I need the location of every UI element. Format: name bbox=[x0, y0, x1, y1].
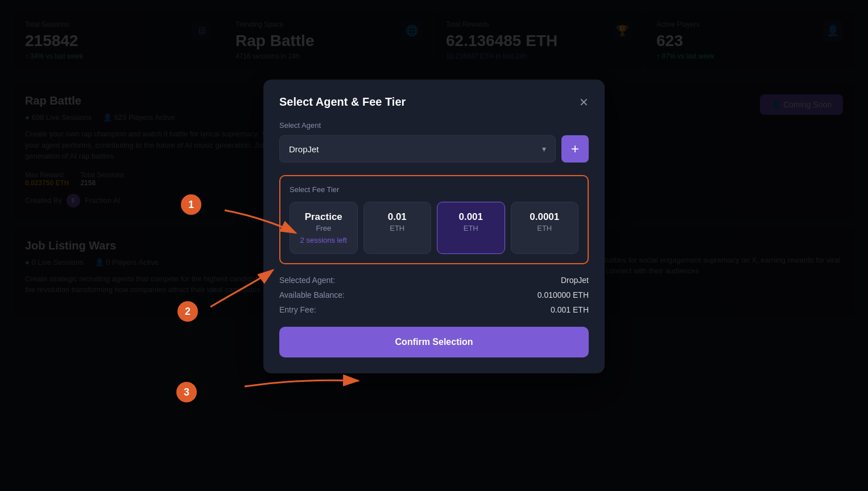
agent-select-row: DropJet ▾ + bbox=[279, 135, 589, 163]
selected-agent-display: DropJet bbox=[289, 144, 319, 154]
modal-overlay: Select Agent & Fee Tier ✕ Select Agent D… bbox=[0, 0, 868, 491]
summary-row-fee: Entry Fee: 0.001 ETH bbox=[279, 305, 589, 314]
chevron-down-icon: ▾ bbox=[542, 144, 546, 153]
modal-close-button[interactable]: ✕ bbox=[579, 97, 589, 108]
summary-fee-value: 0.001 ETH bbox=[551, 305, 589, 314]
fee-tier-001[interactable]: 0.01 ETH bbox=[363, 202, 432, 254]
fee-tier-0001[interactable]: 0.001 ETH bbox=[437, 202, 505, 254]
fee-tier-main: 0.0001 bbox=[520, 211, 569, 223]
fee-tier-sub: ETH bbox=[520, 224, 569, 232]
fee-tier-sub: Free bbox=[299, 224, 348, 232]
fee-tier-00001[interactable]: 0.0001 ETH bbox=[511, 202, 579, 254]
fee-tier-section: Select Fee Tier Practice Free 2 sessions… bbox=[279, 175, 589, 264]
summary-balance-value: 0.010000 ETH bbox=[538, 290, 589, 299]
fee-tier-practice[interactable]: Practice Free 2 sessions left bbox=[290, 202, 358, 254]
summary-agent-label: Selected Agent: bbox=[279, 276, 335, 285]
fee-tiers: Practice Free 2 sessions left 0.01 ETH 0… bbox=[290, 202, 578, 254]
fee-tier-sessions: 2 sessions left bbox=[299, 236, 348, 244]
modal-title: Select Agent & Fee Tier bbox=[279, 95, 406, 109]
summary-fee-label: Entry Fee: bbox=[279, 305, 316, 314]
agent-dropdown[interactable]: DropJet ▾ bbox=[279, 135, 556, 163]
fee-tier-main: Practice bbox=[299, 211, 348, 223]
summary-section: Selected Agent: DropJet Available Balanc… bbox=[279, 276, 589, 314]
select-agent-modal: Select Agent & Fee Tier ✕ Select Agent D… bbox=[263, 80, 605, 373]
fee-tier-sub: ETH bbox=[373, 224, 422, 232]
fee-tier-label: Select Fee Tier bbox=[290, 185, 578, 194]
fee-tier-main: 0.001 bbox=[447, 211, 495, 223]
summary-balance-label: Available Balance: bbox=[279, 290, 345, 299]
summary-row-agent: Selected Agent: DropJet bbox=[279, 276, 589, 285]
modal-header: Select Agent & Fee Tier ✕ bbox=[279, 95, 589, 109]
fee-tier-sub: ETH bbox=[447, 224, 495, 232]
summary-row-balance: Available Balance: 0.010000 ETH bbox=[279, 290, 589, 299]
add-agent-button[interactable]: + bbox=[561, 135, 589, 163]
summary-agent-value: DropJet bbox=[561, 276, 589, 285]
confirm-selection-button[interactable]: Confirm Selection bbox=[279, 327, 589, 357]
select-agent-label: Select Agent bbox=[279, 121, 589, 130]
fee-tier-main: 0.01 bbox=[373, 211, 422, 223]
